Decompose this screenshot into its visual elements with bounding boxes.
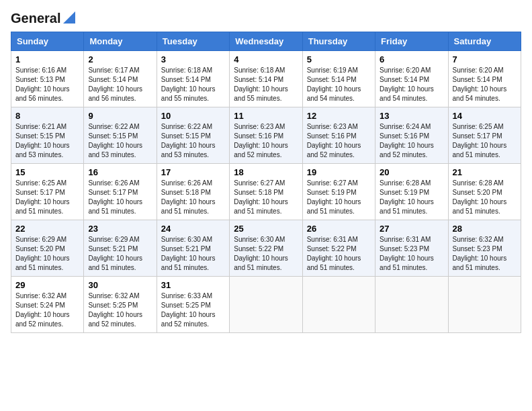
day-number: 22	[15, 224, 79, 234]
day-info: Sunrise: 6:32 AM Sunset: 5:25 PM Dayligh…	[88, 291, 152, 329]
day-info: Sunrise: 6:32 AM Sunset: 5:24 PM Dayligh…	[15, 291, 79, 329]
day-info: Sunrise: 6:31 AM Sunset: 5:22 PM Dayligh…	[307, 235, 371, 273]
calendar-cell: 15Sunrise: 6:25 AM Sunset: 5:17 PM Dayli…	[11, 164, 84, 220]
day-info: Sunrise: 6:22 AM Sunset: 5:15 PM Dayligh…	[88, 122, 152, 160]
day-info: Sunrise: 6:24 AM Sunset: 5:16 PM Dayligh…	[380, 122, 443, 160]
day-info: Sunrise: 6:22 AM Sunset: 5:15 PM Dayligh…	[161, 122, 225, 160]
day-number: 6	[380, 54, 443, 64]
logo-triangle-icon	[60, 11, 75, 26]
day-number: 12	[307, 111, 371, 121]
calendar-cell: 30Sunrise: 6:32 AM Sunset: 5:25 PM Dayli…	[84, 277, 157, 333]
day-number: 13	[380, 111, 443, 121]
day-info: Sunrise: 6:31 AM Sunset: 5:23 PM Dayligh…	[380, 235, 443, 273]
day-number: 26	[307, 224, 371, 234]
day-number: 15	[15, 167, 79, 177]
day-info: Sunrise: 6:33 AM Sunset: 5:25 PM Dayligh…	[161, 291, 225, 329]
svg-marker-0	[63, 11, 75, 24]
day-number: 14	[453, 111, 517, 121]
calendar-cell: 2Sunrise: 6:17 AM Sunset: 5:14 PM Daylig…	[84, 51, 157, 107]
calendar-cell: 7Sunrise: 6:20 AM Sunset: 5:14 PM Daylig…	[448, 51, 521, 107]
day-number: 7	[453, 54, 517, 64]
day-number: 9	[88, 111, 152, 121]
day-number: 11	[234, 111, 298, 121]
day-info: Sunrise: 6:16 AM Sunset: 5:13 PM Dayligh…	[15, 66, 79, 103]
day-number: 10	[161, 111, 225, 121]
day-info: Sunrise: 6:25 AM Sunset: 5:17 PM Dayligh…	[453, 122, 517, 160]
day-number: 31	[161, 280, 225, 290]
day-info: Sunrise: 6:20 AM Sunset: 5:14 PM Dayligh…	[453, 66, 517, 103]
weekday-header-tuesday: Tuesday	[157, 32, 229, 51]
day-info: Sunrise: 6:25 AM Sunset: 5:17 PM Dayligh…	[15, 179, 79, 216]
day-number: 3	[161, 54, 225, 64]
day-number: 28	[453, 224, 517, 234]
calendar-cell: 11Sunrise: 6:23 AM Sunset: 5:16 PM Dayli…	[230, 107, 302, 164]
calendar-cell	[375, 277, 448, 333]
calendar-week-1: 1Sunrise: 6:16 AM Sunset: 5:13 PM Daylig…	[11, 51, 521, 107]
logo: General	[11, 11, 75, 25]
day-info: Sunrise: 6:29 AM Sunset: 5:20 PM Dayligh…	[15, 235, 79, 273]
day-number: 19	[307, 167, 371, 177]
calendar-cell: 10Sunrise: 6:22 AM Sunset: 5:15 PM Dayli…	[157, 107, 229, 164]
calendar-cell: 19Sunrise: 6:27 AM Sunset: 5:19 PM Dayli…	[302, 164, 375, 220]
day-number: 17	[161, 167, 225, 177]
calendar-cell	[448, 277, 521, 333]
day-info: Sunrise: 6:27 AM Sunset: 5:18 PM Dayligh…	[234, 179, 298, 216]
calendar-cell: 31Sunrise: 6:33 AM Sunset: 5:25 PM Dayli…	[157, 277, 229, 333]
calendar-cell: 13Sunrise: 6:24 AM Sunset: 5:16 PM Dayli…	[375, 107, 448, 164]
day-info: Sunrise: 6:30 AM Sunset: 5:22 PM Dayligh…	[234, 235, 298, 273]
calendar-cell: 6Sunrise: 6:20 AM Sunset: 5:14 PM Daylig…	[375, 51, 448, 107]
day-info: Sunrise: 6:30 AM Sunset: 5:21 PM Dayligh…	[161, 235, 225, 273]
calendar-cell	[302, 277, 375, 333]
day-info: Sunrise: 6:29 AM Sunset: 5:21 PM Dayligh…	[88, 235, 152, 273]
day-info: Sunrise: 6:32 AM Sunset: 5:23 PM Dayligh…	[453, 235, 517, 273]
day-number: 24	[161, 224, 225, 234]
calendar-week-2: 8Sunrise: 6:21 AM Sunset: 5:15 PM Daylig…	[11, 107, 521, 164]
calendar-header: SundayMondayTuesdayWednesdayThursdayFrid…	[11, 32, 521, 51]
calendar-cell: 23Sunrise: 6:29 AM Sunset: 5:21 PM Dayli…	[84, 220, 157, 277]
calendar-cell: 9Sunrise: 6:22 AM Sunset: 5:15 PM Daylig…	[84, 107, 157, 164]
calendar-cell: 21Sunrise: 6:28 AM Sunset: 5:20 PM Dayli…	[448, 164, 521, 220]
weekday-header-friday: Friday	[375, 32, 448, 51]
calendar-cell: 4Sunrise: 6:18 AM Sunset: 5:14 PM Daylig…	[230, 51, 302, 107]
day-number: 23	[88, 224, 152, 234]
calendar-cell: 22Sunrise: 6:29 AM Sunset: 5:20 PM Dayli…	[11, 220, 84, 277]
weekday-header-sunday: Sunday	[11, 32, 84, 51]
calendar-week-5: 29Sunrise: 6:32 AM Sunset: 5:24 PM Dayli…	[11, 277, 521, 333]
calendar-cell: 1Sunrise: 6:16 AM Sunset: 5:13 PM Daylig…	[11, 51, 84, 107]
calendar-cell: 18Sunrise: 6:27 AM Sunset: 5:18 PM Dayli…	[230, 164, 302, 220]
calendar-cell: 24Sunrise: 6:30 AM Sunset: 5:21 PM Dayli…	[157, 220, 229, 277]
weekday-row: SundayMondayTuesdayWednesdayThursdayFrid…	[11, 32, 521, 51]
calendar-table: SundayMondayTuesdayWednesdayThursdayFrid…	[11, 32, 521, 333]
calendar-cell: 29Sunrise: 6:32 AM Sunset: 5:24 PM Dayli…	[11, 277, 84, 333]
day-info: Sunrise: 6:27 AM Sunset: 5:19 PM Dayligh…	[307, 179, 371, 216]
day-info: Sunrise: 6:17 AM Sunset: 5:14 PM Dayligh…	[88, 66, 152, 103]
day-number: 5	[307, 54, 371, 64]
day-number: 25	[234, 224, 298, 234]
calendar-cell	[230, 277, 302, 333]
day-number: 21	[453, 167, 517, 177]
calendar-cell: 28Sunrise: 6:32 AM Sunset: 5:23 PM Dayli…	[448, 220, 521, 277]
day-info: Sunrise: 6:18 AM Sunset: 5:14 PM Dayligh…	[161, 66, 225, 103]
day-info: Sunrise: 6:26 AM Sunset: 5:18 PM Dayligh…	[161, 179, 225, 216]
day-number: 30	[88, 280, 152, 290]
day-info: Sunrise: 6:23 AM Sunset: 5:16 PM Dayligh…	[307, 122, 371, 160]
calendar-cell: 27Sunrise: 6:31 AM Sunset: 5:23 PM Dayli…	[375, 220, 448, 277]
day-info: Sunrise: 6:28 AM Sunset: 5:20 PM Dayligh…	[453, 179, 517, 216]
calendar-cell: 5Sunrise: 6:19 AM Sunset: 5:14 PM Daylig…	[302, 51, 375, 107]
day-number: 16	[88, 167, 152, 177]
day-info: Sunrise: 6:20 AM Sunset: 5:14 PM Dayligh…	[380, 66, 443, 103]
calendar-cell: 8Sunrise: 6:21 AM Sunset: 5:15 PM Daylig…	[11, 107, 84, 164]
day-info: Sunrise: 6:28 AM Sunset: 5:19 PM Dayligh…	[380, 179, 443, 216]
day-info: Sunrise: 6:19 AM Sunset: 5:14 PM Dayligh…	[307, 66, 371, 103]
day-number: 18	[234, 167, 298, 177]
day-number: 27	[380, 224, 443, 234]
calendar-cell: 26Sunrise: 6:31 AM Sunset: 5:22 PM Dayli…	[302, 220, 375, 277]
calendar-week-4: 22Sunrise: 6:29 AM Sunset: 5:20 PM Dayli…	[11, 220, 521, 277]
calendar-cell: 3Sunrise: 6:18 AM Sunset: 5:14 PM Daylig…	[157, 51, 229, 107]
weekday-header-thursday: Thursday	[302, 32, 375, 51]
day-number: 1	[15, 54, 79, 64]
calendar-cell: 17Sunrise: 6:26 AM Sunset: 5:18 PM Dayli…	[157, 164, 229, 220]
weekday-header-monday: Monday	[84, 32, 157, 51]
day-number: 2	[88, 54, 152, 64]
day-number: 29	[15, 280, 79, 290]
